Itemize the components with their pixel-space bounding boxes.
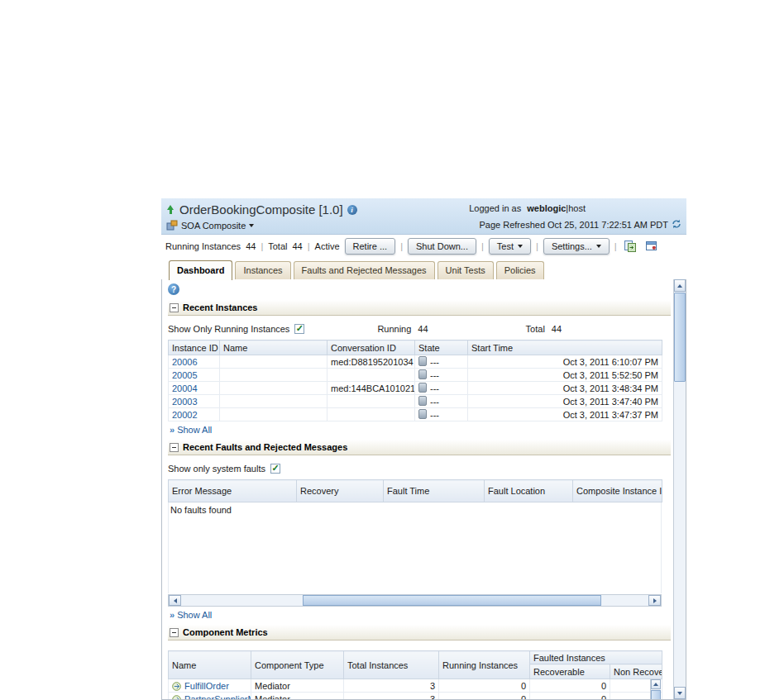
toolbar-separator: | — [308, 241, 310, 251]
instance-id-link[interactable]: 20005 — [172, 370, 198, 380]
column-header-fault-time[interactable]: Fault Time — [384, 480, 485, 502]
column-header-instance-id[interactable]: Instance ID — [169, 340, 220, 355]
column-header-component-name[interactable]: Name — [169, 651, 251, 679]
collapse-icon[interactable] — [170, 303, 179, 312]
show-only-running-checkbox[interactable] — [294, 324, 304, 334]
scroll-up-arrow[interactable] — [674, 279, 686, 292]
name-cell — [220, 355, 328, 369]
component-name-cell: PartnerSupplierMediator — [169, 693, 251, 700]
instance-row: 20003 --- Oct 3, 2011 3:47:40 PM — [169, 395, 662, 408]
tab-policies[interactable]: Policies — [496, 261, 544, 279]
state-cell: --- — [415, 355, 468, 369]
column-header-total-instances[interactable]: Total Instances — [344, 651, 439, 679]
show-all-link[interactable]: Show All — [177, 425, 212, 435]
running-instances-value: 44 — [246, 241, 256, 251]
section-title: Recent Faults and Rejected Messages — [183, 442, 347, 452]
column-header-running-instances[interactable]: Running Instances — [439, 651, 530, 679]
show-all-icon — [170, 425, 175, 435]
column-header-error-message[interactable]: Error Message — [169, 480, 297, 502]
column-header-component-type[interactable]: Component Type — [251, 651, 344, 679]
instance-id-link[interactable]: 20003 — [172, 397, 198, 407]
scroll-right-arrow[interactable] — [648, 595, 661, 606]
soa-composite-icon — [166, 220, 178, 232]
retire-button[interactable]: Retire ... — [345, 238, 396, 255]
section-header-component-metrics[interactable]: Component Metrics — [168, 625, 671, 640]
column-header-composite-instance-id[interactable]: Composite Instance ID — [573, 480, 662, 502]
column-header-name[interactable]: Name — [220, 340, 328, 355]
column-header-recoverable[interactable]: Recoverable — [530, 664, 610, 679]
settings-menu-button[interactable]: Settings... — [543, 238, 610, 255]
show-all-link[interactable]: Show All — [177, 610, 212, 620]
tab-dashboard[interactable]: Dashboard — [169, 260, 232, 280]
component-type-cell: Mediator — [251, 679, 344, 693]
recent-instances-table: Instance ID Name Conversation ID State S… — [168, 340, 662, 421]
component-name-link[interactable]: FulfillOrder — [184, 681, 229, 691]
name-cell — [220, 395, 328, 408]
host-link[interactable]: host — [568, 203, 586, 213]
composite-toolbar: Running Instances 44 | Total 44 | Active… — [161, 235, 686, 258]
refresh-icon[interactable] — [672, 219, 681, 231]
logged-in-user: weblogic — [527, 203, 566, 213]
show-only-running-label: Show Only Running Instances — [168, 324, 289, 334]
running-instances-label: Running Instances — [165, 241, 241, 251]
column-header-fault-location[interactable]: Fault Location — [485, 480, 573, 502]
tab-faults-and-rejected-messages[interactable]: Faults and Rejected Messages — [294, 261, 435, 279]
info-icon[interactable] — [347, 205, 357, 215]
tab-unit-tests[interactable]: Unit Tests — [437, 261, 494, 279]
section-header-recent-faults[interactable]: Recent Faults and Rejected Messages — [168, 440, 671, 455]
test-button-label: Test — [497, 241, 514, 251]
vertical-scroll-thumb[interactable] — [651, 690, 661, 699]
instance-id-link[interactable]: 20002 — [172, 410, 198, 420]
horizontal-scroll-track[interactable] — [181, 595, 648, 606]
column-header-recovery[interactable]: Recovery — [297, 480, 384, 502]
shut-down-button[interactable]: Shut Down... — [408, 238, 476, 255]
name-cell — [220, 369, 328, 382]
start-time-cell: Oct 3, 2011 6:10:07 PM — [468, 355, 662, 369]
main-vertical-scrollbar[interactable] — [673, 279, 686, 699]
recent-faults-filter-row: Show only system faults — [168, 463, 671, 474]
state-cell: --- — [415, 369, 468, 382]
recent-faults-table: Error Message Recovery Fault Time Fault … — [168, 479, 662, 502]
open-window-icon-button[interactable] — [643, 239, 660, 254]
running-state-icon — [418, 409, 427, 419]
column-header-state[interactable]: State — [415, 340, 468, 355]
tab-instances[interactable]: Instances — [235, 261, 290, 279]
recoverable-cell: 0 — [530, 693, 610, 700]
settings-button-label: Settings... — [552, 241, 592, 251]
faults-horizontal-scrollbar[interactable] — [168, 594, 662, 607]
dropdown-caret-icon[interactable] — [249, 224, 254, 227]
column-header-start-time[interactable]: Start Time — [468, 340, 662, 355]
total-count-value: 44 — [552, 324, 562, 334]
soa-composite-menu[interactable]: SOA Composite — [181, 221, 246, 231]
show-only-system-faults-checkbox[interactable] — [270, 464, 280, 474]
component-metrics-scrollbar[interactable] — [650, 679, 661, 699]
collapse-icon[interactable] — [170, 443, 179, 452]
export-composite-icon-button[interactable] — [622, 239, 638, 254]
vertical-scroll-thumb[interactable] — [674, 293, 686, 382]
component-name-link[interactable]: PartnerSupplierMediator — [184, 694, 251, 700]
scroll-left-arrow[interactable] — [169, 595, 181, 606]
help-icon[interactable] — [168, 283, 179, 295]
horizontal-scroll-thumb[interactable] — [303, 595, 602, 606]
scroll-up-arrow[interactable] — [651, 679, 661, 689]
instance-id-link[interactable]: 20006 — [172, 357, 198, 367]
dashboard-scroll-area: Recent Instances Show Only Running Insta… — [162, 279, 673, 699]
column-header-non-recoverable[interactable]: Non Recoverable — [610, 664, 662, 679]
column-header-conversation-id[interactable]: Conversation ID — [328, 340, 415, 355]
instance-id-link[interactable]: 20004 — [172, 383, 198, 393]
instance-row: 20004 med:144BCA101021 --- Oct 3, 2011 3… — [169, 382, 662, 395]
show-all-icon — [170, 610, 175, 620]
logged-in-status: Logged in as weblogic|host — [469, 203, 586, 213]
mediator-icon — [172, 681, 182, 691]
collapse-icon[interactable] — [170, 628, 179, 637]
section-header-recent-instances[interactable]: Recent Instances — [168, 300, 671, 316]
component-type-cell: Mediator — [251, 693, 344, 700]
scroll-down-arrow[interactable] — [674, 687, 686, 699]
total-count-label: Total — [526, 324, 545, 334]
test-menu-button[interactable]: Test — [489, 238, 531, 255]
logged-in-label: Logged in as — [469, 203, 521, 213]
mediator-icon — [172, 694, 182, 700]
total-instances-cell: 3 — [344, 679, 439, 693]
navigate-up-icon[interactable] — [166, 205, 175, 215]
start-time-cell: Oct 3, 2011 3:47:37 PM — [468, 408, 662, 421]
